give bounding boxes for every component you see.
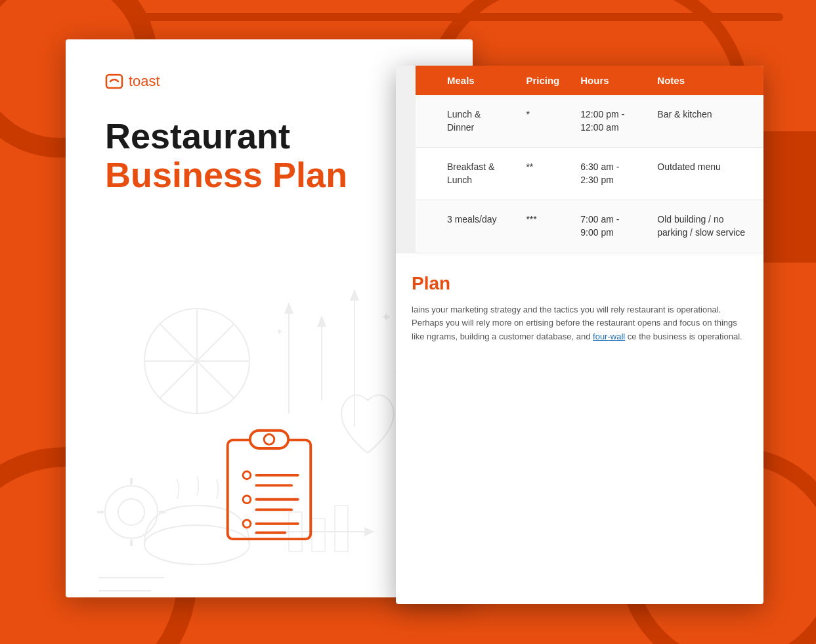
toast-logo: toast [105, 72, 440, 91]
table-header-row: Meals Pricing Hours Notes [416, 66, 763, 95]
title-black: Restaurant [105, 117, 440, 156]
partial-col [396, 66, 416, 253]
page-back: Meals Pricing Hours Notes Lunch & Dinner… [396, 66, 763, 604]
cell-hours-3: 7:00 am - 9:00 pm [570, 200, 647, 253]
table-body: Lunch & Dinner * 12:00 pm - 12:00 am Bar… [416, 95, 763, 253]
page-title-line1: Restaurant Business Plan [105, 117, 440, 195]
clipboard-icon [217, 424, 322, 542]
cell-notes-2: Outdated menu [647, 148, 763, 200]
svg-marker-9 [317, 315, 326, 327]
table-section: Meals Pricing Hours Notes Lunch & Dinner… [396, 66, 763, 253]
th-notes: Notes [647, 66, 763, 95]
svg-rect-20 [335, 505, 348, 551]
table-wrapper: Meals Pricing Hours Notes Lunch & Dinner… [396, 66, 763, 253]
cell-s-2 [416, 148, 437, 200]
marketing-text-after: ce the business is operational. [625, 332, 742, 341]
cell-meals-2: Breakfast & Lunch [437, 148, 515, 200]
table-row: Breakfast & Lunch ** 6:30 am - 2:30 pm O… [416, 148, 763, 200]
cell-hours-2: 6:30 am - 2:30 pm [570, 148, 647, 200]
data-table: Meals Pricing Hours Notes Lunch & Dinner… [416, 66, 763, 253]
svg-marker-11 [350, 289, 359, 301]
th-pricing: Pricing [515, 66, 570, 95]
svg-point-39 [243, 520, 251, 528]
th-meals: Meals [437, 66, 515, 95]
svg-point-36 [243, 496, 251, 504]
logo-text: toast [129, 73, 160, 90]
marketing-text: lains your marketing strategy and the ta… [412, 303, 748, 344]
pages-container: toast Restaurant Business Plan [66, 39, 763, 605]
table-content: Meals Pricing Hours Notes Lunch & Dinner… [416, 66, 763, 253]
svg-rect-31 [250, 431, 288, 448]
svg-text:✦: ✦ [381, 310, 392, 324]
svg-text:✦: ✦ [276, 326, 284, 337]
svg-rect-0 [106, 75, 122, 88]
marketing-section: Plan lains your marketing strategy and t… [396, 253, 763, 357]
cell-pricing-2: ** [515, 148, 570, 200]
svg-point-25 [118, 499, 144, 525]
marketing-title: Plan [412, 273, 748, 294]
title-orange: Business Plan [105, 156, 440, 194]
table-header: Meals Pricing Hours Notes [416, 66, 763, 95]
cell-s-1 [416, 95, 437, 148]
cell-s-3 [416, 200, 437, 253]
table-row: Lunch & Dinner * 12:00 pm - 12:00 am Bar… [416, 95, 763, 148]
cell-meals-3: 3 meals/day [437, 200, 515, 253]
cell-notes-3: Old building / no parking / slow service [647, 200, 763, 253]
th-hours: Hours [570, 66, 647, 95]
four-wall-link[interactable]: four-wall [593, 332, 625, 341]
svg-marker-17 [364, 527, 374, 536]
marketing-title-text: Plan [412, 273, 450, 293]
cell-meals-1: Lunch & Dinner [437, 95, 515, 148]
cell-pricing-3: *** [515, 200, 570, 253]
cell-pricing-1: * [515, 95, 570, 148]
th-s [416, 66, 437, 95]
toast-logo-icon [105, 72, 123, 91]
table-row: 3 meals/day *** 7:00 am - 9:00 pm Old bu… [416, 200, 763, 253]
svg-point-24 [105, 486, 158, 538]
cell-notes-1: Bar & kitchen [647, 95, 763, 148]
svg-marker-7 [284, 302, 293, 314]
cell-hours-1: 12:00 pm - 12:00 am [570, 95, 647, 148]
clipboard-icon-container [217, 424, 322, 545]
svg-point-33 [243, 471, 251, 479]
